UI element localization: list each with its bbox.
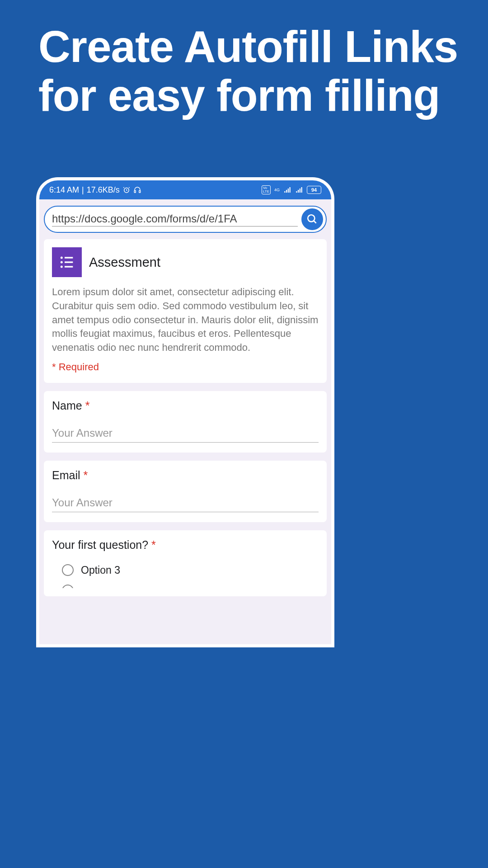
- svg-rect-1: [134, 191, 136, 193]
- required-asterisk: *: [151, 538, 156, 551]
- svg-rect-8: [65, 261, 73, 263]
- radio-label: Option 3: [81, 564, 120, 576]
- form-list-icon: [52, 247, 82, 277]
- svg-point-5: [61, 257, 63, 259]
- form-description: Lorem ipsum dolor sit amet, consectetur …: [52, 285, 319, 355]
- svg-line-4: [314, 221, 316, 223]
- url-bar[interactable]: https://docs.google.com/forms/d/e/1FA: [44, 206, 327, 233]
- headline-text: Create Autofill Links for easy form fill…: [38, 23, 488, 120]
- question-label-first: Your first question? *: [52, 538, 319, 552]
- question-card-first-question: Your first question? * Option 3: [44, 530, 327, 596]
- name-input[interactable]: [52, 425, 319, 443]
- network-label: 4G: [274, 188, 280, 192]
- radio-option-row[interactable]: Option 3: [52, 564, 319, 576]
- phone-screen: 6:14 AM | 17.6KB/s VoLTE 4G 94: [39, 180, 331, 644]
- svg-point-3: [308, 215, 314, 222]
- status-time: 6:14 AM: [49, 185, 79, 195]
- status-bar: 6:14 AM | 17.6KB/s VoLTE 4G 94: [39, 180, 331, 199]
- phone-frame: 6:14 AM | 17.6KB/s VoLTE 4G 94: [36, 177, 334, 647]
- question-text: Name: [52, 399, 82, 412]
- form-header-card: Assessment Lorem ipsum dolor sit amet, c…: [44, 239, 327, 383]
- required-asterisk: *: [83, 469, 88, 481]
- search-icon: [306, 213, 318, 225]
- question-card-name: Name *: [44, 391, 327, 453]
- required-asterisk: *: [85, 399, 90, 412]
- status-speed: 17.6KB/s: [87, 185, 120, 195]
- signal-icon-1: [283, 186, 291, 194]
- alarm-icon: [122, 186, 131, 194]
- svg-rect-10: [65, 266, 73, 267]
- svg-rect-6: [65, 257, 73, 258]
- radio-option-row-partial[interactable]: [52, 585, 319, 596]
- svg-point-7: [61, 261, 63, 264]
- question-label-email: Email *: [52, 469, 319, 482]
- signal-icon-2: [295, 186, 303, 194]
- email-input[interactable]: [52, 495, 319, 512]
- url-text[interactable]: https://docs.google.com/forms/d/e/1FA: [52, 212, 298, 226]
- search-button[interactable]: [301, 208, 323, 230]
- question-card-email: Email *: [44, 461, 327, 522]
- form-header-top: Assessment: [52, 247, 319, 277]
- status-right: VoLTE 4G 94: [262, 185, 321, 194]
- radio-circle-icon: [62, 564, 74, 576]
- form-content: Assessment Lorem ipsum dolor sit amet, c…: [39, 239, 331, 596]
- url-bar-container: https://docs.google.com/forms/d/e/1FA: [39, 199, 331, 239]
- question-text: Email: [52, 469, 80, 481]
- question-text: Your first question?: [52, 538, 148, 551]
- headphone-icon: [133, 186, 141, 194]
- svg-point-9: [61, 266, 63, 268]
- volte-icon: VoLTE: [262, 185, 271, 194]
- required-note: * Required: [52, 361, 319, 373]
- svg-rect-2: [139, 191, 141, 193]
- form-title: Assessment: [89, 255, 160, 270]
- battery-icon: 94: [307, 186, 321, 194]
- radio-circle-icon: [62, 585, 74, 596]
- question-label-name: Name *: [52, 399, 319, 412]
- status-separator: |: [82, 185, 84, 195]
- status-left: 6:14 AM | 17.6KB/s: [49, 185, 141, 195]
